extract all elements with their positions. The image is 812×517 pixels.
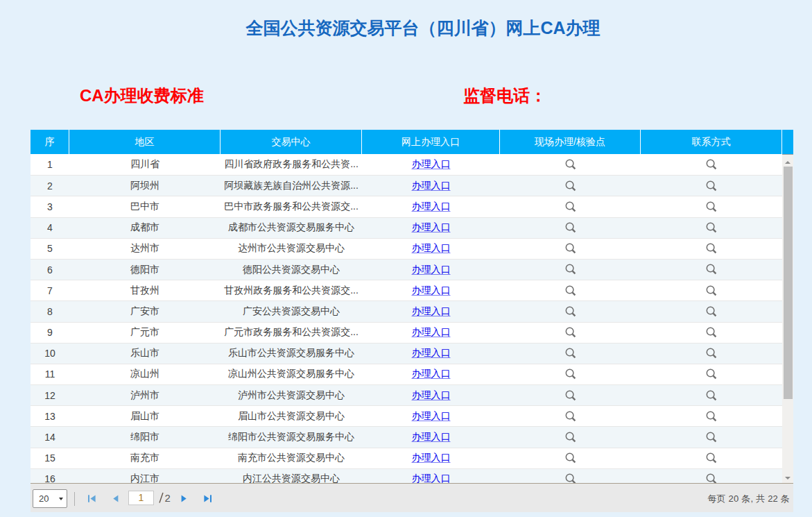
svg-text:2: 2 [165,492,171,504]
